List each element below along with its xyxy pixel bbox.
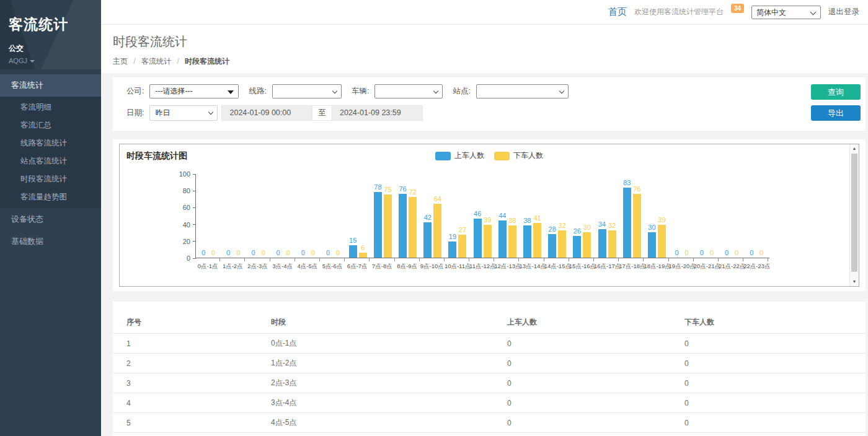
export-button[interactable]: 导出: [811, 105, 861, 121]
home-link[interactable]: 首页: [608, 6, 627, 18]
vehicle-label: 车辆:: [352, 86, 369, 97]
sidebar-item-passenger-stats[interactable]: 客流统计: [0, 74, 101, 97]
bar[interactable]: [658, 225, 666, 258]
bar[interactable]: [458, 235, 466, 258]
user-menu[interactable]: AQGJ: [9, 57, 101, 64]
bar[interactable]: [399, 194, 407, 258]
sidebar-item-base-data[interactable]: 基础数据: [0, 230, 101, 253]
x-axis-label: 14点-15点: [544, 263, 569, 271]
breadcrumb-home[interactable]: 主页: [113, 57, 128, 66]
bar[interactable]: [484, 225, 492, 258]
bar[interactable]: [409, 197, 417, 258]
bar[interactable]: [433, 204, 441, 258]
bar-value-label: 32: [608, 222, 616, 229]
company-select[interactable]: ---请选择---: [149, 84, 239, 98]
bar-value-label: 72: [409, 188, 416, 196]
sidebar-item-period-stats[interactable]: 时段客流统计: [0, 170, 101, 188]
date-preset-value: 昨日: [155, 108, 170, 117]
line-select[interactable]: [272, 84, 342, 98]
scroll-down-arrow[interactable]: ▼: [850, 277, 859, 286]
table-row: 43点-4点00: [113, 393, 866, 413]
x-axis-label: 20点-21点: [694, 263, 719, 271]
bar[interactable]: [359, 253, 367, 258]
x-axis-label: 12点-13点: [494, 263, 519, 271]
table-row: 32点-3点00: [113, 373, 866, 393]
breadcrumb-section[interactable]: 客流统计: [141, 57, 171, 66]
bar-value-label: 0: [735, 249, 738, 256]
chart-category-group: 00: [670, 173, 694, 258]
station-select[interactable]: [476, 84, 569, 98]
bar[interactable]: [598, 229, 606, 258]
x-axis-label: 15点-16点: [569, 263, 594, 271]
scrollbar-thumb[interactable]: [851, 154, 857, 272]
chart-category-group: 7875: [370, 173, 395, 258]
query-button[interactable]: 查询: [811, 84, 861, 100]
bar[interactable]: [508, 225, 516, 258]
bar[interactable]: [633, 194, 641, 258]
bar[interactable]: [523, 225, 531, 258]
page-heading: 时段客流统计 主页 / 客流统计 / 时段客流统计: [101, 25, 868, 73]
sidebar-header: 客流统计 公交 AQGJ: [0, 0, 101, 69]
bar[interactable]: [608, 230, 616, 258]
x-axis-label: 16点-17点: [594, 263, 619, 271]
bar-value-label: 32: [559, 222, 566, 229]
filter-panel: 公司: ---请选择--- 线路: 车辆:: [113, 77, 866, 131]
bar[interactable]: [374, 192, 382, 258]
chart-category-group: 00: [221, 173, 246, 258]
table-row: 21点-2点00: [113, 354, 866, 373]
bar[interactable]: [474, 219, 482, 258]
bar[interactable]: [384, 194, 392, 258]
bar[interactable]: [548, 234, 556, 258]
legend-label: 上车人数: [454, 150, 484, 161]
bar[interactable]: [648, 232, 656, 258]
sidebar-item-device-status[interactable]: 设备状态: [0, 208, 101, 230]
language-select[interactable]: 简体中文: [751, 6, 821, 19]
bar[interactable]: [349, 245, 357, 258]
x-axis-label: 17点-18点: [619, 263, 644, 271]
x-axis-label: 7点-8点: [370, 263, 394, 271]
chart-category-group: 00: [296, 173, 321, 258]
bar[interactable]: [423, 222, 432, 258]
sidebar-item-passenger-summary[interactable]: 客流汇总: [0, 116, 101, 134]
bar[interactable]: [498, 220, 507, 258]
notification-badge[interactable]: 34: [731, 4, 744, 13]
bar[interactable]: [583, 232, 591, 258]
date-to-input[interactable]: 2024-01-09 23:59: [332, 105, 423, 121]
chart-category-group: 4438: [495, 173, 520, 258]
bar[interactable]: [573, 236, 581, 258]
bar-value-label: 0: [685, 249, 689, 256]
breadcrumb-current: 时段客流统计: [185, 57, 229, 66]
sidebar-item-trend-chart[interactable]: 客流量趋势图: [0, 188, 101, 206]
language-value: 简体中文: [756, 8, 786, 17]
date-from-input[interactable]: 2024-01-09 00:00: [221, 105, 312, 121]
app-title: 客流统计: [9, 15, 101, 34]
chart-title: 时段车流统计图: [126, 150, 187, 162]
sidebar-item-line-stats[interactable]: 线路客流统计: [0, 134, 101, 152]
chart-category-group: 00: [744, 173, 769, 258]
bar[interactable]: [558, 230, 566, 258]
date-preset-select[interactable]: 昨日: [149, 105, 218, 121]
vehicle-select[interactable]: [374, 84, 443, 98]
bar-value-label: 0: [336, 249, 340, 256]
logout-link[interactable]: 退出登录: [828, 7, 859, 17]
legend-item[interactable]: 上车人数: [435, 150, 484, 161]
legend-item[interactable]: 下车人数: [494, 150, 543, 161]
bar[interactable]: [533, 223, 541, 258]
sidebar-item-station-stats[interactable]: 站点客流统计: [0, 152, 101, 170]
sidebar-menu: 客流统计 客流明细 客流汇总 线路客流统计 站点客流统计 时段客流统计 客流量趋…: [0, 69, 101, 253]
x-axis-label: 13点-14点: [519, 263, 544, 271]
chart-vertical-scrollbar[interactable]: ▲ ▼: [849, 144, 859, 286]
bar[interactable]: [448, 242, 456, 258]
sidebar-item-passenger-detail[interactable]: 客流明细: [0, 98, 101, 116]
bar-value-label: 28: [549, 225, 556, 233]
bar-value-label: 30: [583, 224, 591, 231]
chart-container: 时段车流统计图 上车人数下车人数 00000000000015678757672…: [119, 144, 859, 287]
bar-value-label: 0: [326, 249, 330, 256]
bar-value-label: 30: [648, 224, 655, 231]
y-axis-label: 100: [179, 170, 190, 178]
x-axis-label: 19点-20点: [669, 263, 694, 271]
chart-category-group: 4639: [470, 173, 495, 258]
scroll-up-arrow[interactable]: ▲: [850, 144, 859, 153]
bar[interactable]: [623, 188, 631, 258]
page-title: 时段客流统计: [113, 33, 856, 50]
